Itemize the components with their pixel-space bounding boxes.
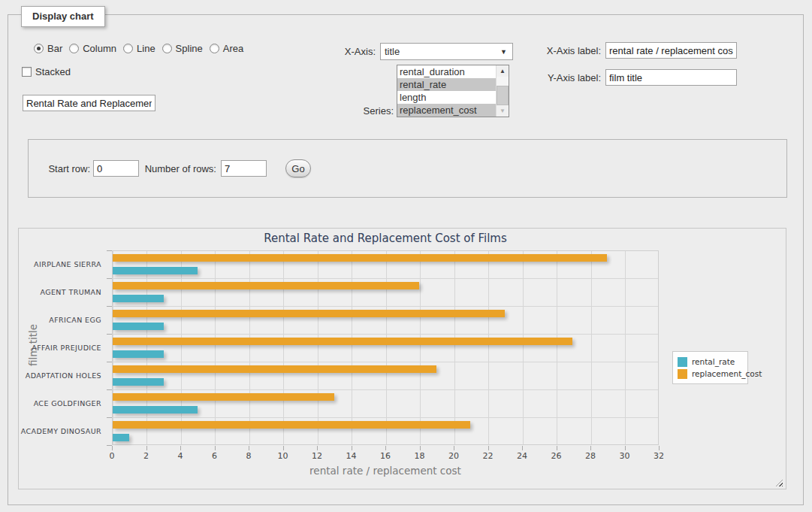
- plot-row-1: [113, 251, 658, 279]
- x-axis-select[interactable]: title ▼: [380, 43, 513, 60]
- stacked-label: Stacked: [35, 66, 71, 77]
- x-axis-label-input[interactable]: [605, 42, 737, 59]
- x-tick-label: 12: [306, 451, 328, 461]
- radio-line-icon: [123, 44, 133, 53]
- category-label: ACADEMY DINOSAUR: [19, 417, 107, 445]
- plot-row-4: [113, 335, 658, 362]
- x-axis-selected-value: title: [385, 46, 400, 57]
- radio-option-column[interactable]: Column: [69, 43, 116, 54]
- category-label: AIRPLANE SIERRA: [19, 250, 107, 278]
- x-tick-label: 30: [614, 451, 636, 461]
- plot-row-2: [113, 279, 658, 307]
- category-label: ACE GOLDFINGER: [19, 389, 107, 417]
- legend-swatch-icon: [678, 369, 687, 379]
- start-row-label: Start row:: [15, 163, 90, 174]
- scrollbar-up-icon[interactable]: ▲: [497, 65, 509, 77]
- chart-title: Rental Rate and Replacement Cost of Film…: [112, 232, 659, 245]
- y-tick-mark: [107, 334, 112, 335]
- bar-replacement_cost: [113, 310, 505, 317]
- series-select-label: Series:: [318, 105, 394, 117]
- stacked-checkbox[interactable]: [22, 67, 32, 77]
- series-option-rental_rate[interactable]: rental_rate: [397, 78, 496, 91]
- x-tick-mark: [454, 446, 454, 450]
- y-tick-mark: [107, 250, 112, 251]
- legend-item-rental_rate: rental_rate: [678, 356, 743, 368]
- category-label: AFRICAN EGG: [19, 306, 107, 334]
- radio-option-bar[interactable]: Bar: [34, 43, 62, 54]
- scrollbar-thumb[interactable]: [497, 86, 509, 105]
- x-tick-label: 0: [101, 451, 123, 461]
- x-tick-label: 4: [169, 451, 192, 461]
- start-row-input[interactable]: [93, 160, 139, 177]
- bar-rental_rate: [113, 350, 164, 358]
- bar-rental_rate: [113, 295, 164, 302]
- number-of-rows-label: Number of rows:: [143, 163, 216, 174]
- bar-rental_rate: [113, 323, 164, 330]
- x-tick-mark: [112, 446, 113, 450]
- y-tick-mark: [107, 306, 112, 307]
- legend-label: rental_rate: [692, 357, 735, 366]
- x-tick-mark: [249, 446, 249, 450]
- series-option-length[interactable]: length: [397, 91, 496, 104]
- radio-label-line: Line: [137, 43, 155, 54]
- radio-column-icon: [69, 44, 79, 53]
- radio-option-spline[interactable]: Spline: [162, 43, 203, 54]
- x-tick-mark: [590, 446, 591, 450]
- x-tick-mark: [659, 446, 660, 450]
- x-axis-select-label: X-Axis:: [300, 46, 376, 57]
- y-tick-mark: [107, 278, 112, 279]
- number-of-rows-input[interactable]: [221, 160, 267, 177]
- x-axis-label-caption: X-Axis label:: [526, 45, 601, 56]
- legend-swatch-icon: [678, 357, 687, 367]
- series-option-rental_duration[interactable]: rental_duration: [397, 65, 496, 78]
- x-tick-mark: [215, 446, 216, 450]
- x-tick-label: 26: [545, 451, 568, 461]
- bar-replacement_cost: [113, 365, 436, 373]
- rows-panel: [28, 139, 787, 198]
- scrollbar-down-icon[interactable]: ▼: [497, 105, 509, 117]
- radio-option-line[interactable]: Line: [123, 43, 155, 54]
- radio-spline-icon: [162, 44, 172, 53]
- y-axis-label-input[interactable]: [605, 69, 737, 86]
- bar-rental_rate: [113, 378, 164, 386]
- series-listbox: rental_durationrental_ratelengthreplacem…: [397, 65, 509, 117]
- x-tick-mark: [385, 446, 386, 450]
- x-tick-mark: [420, 446, 421, 450]
- x-tick-label: 14: [340, 451, 363, 461]
- bar-replacement_cost: [113, 254, 607, 262]
- radio-label-spline: Spline: [176, 43, 203, 54]
- x-tick-mark: [557, 446, 557, 450]
- chart-panel: Rental Rate and Replacement Cost of Film…: [18, 228, 786, 489]
- x-tick-label: 2: [135, 451, 158, 461]
- x-tick-mark: [488, 446, 489, 450]
- plot-row-3: [113, 307, 658, 335]
- x-tick-label: 10: [272, 451, 294, 461]
- legend-label: replacement_cost: [692, 369, 762, 378]
- series-scrollbar[interactable]: ▲ ▼: [496, 65, 509, 117]
- x-tick-mark: [283, 446, 284, 450]
- plot-row-7: [113, 418, 658, 446]
- go-button[interactable]: Go: [285, 159, 311, 177]
- radio-option-area[interactable]: Area: [210, 43, 243, 54]
- x-tick-label: 18: [409, 451, 431, 461]
- series-options: rental_durationrental_ratelengthreplacem…: [397, 65, 496, 117]
- plot-area: [112, 250, 659, 445]
- y-axis-label-caption: Y-Axis label:: [526, 72, 601, 83]
- fieldset-legend: Display chart: [21, 6, 105, 27]
- resize-grip-icon[interactable]: [776, 480, 783, 486]
- chart-title-input[interactable]: [23, 95, 155, 111]
- x-tick-label: 20: [442, 451, 465, 461]
- category-label: AFFAIR PREJUDICE: [19, 334, 107, 362]
- series-option-replacement_cost[interactable]: replacement_cost: [397, 104, 496, 117]
- legend-item-replacement_cost: replacement_cost: [678, 368, 743, 380]
- bar-replacement_cost: [113, 282, 419, 289]
- x-tick-label: 22: [477, 451, 500, 461]
- x-tick-mark: [352, 446, 352, 450]
- chart-legend: rental_ratereplacement_cost: [672, 351, 748, 384]
- radio-label-column: Column: [83, 43, 116, 54]
- x-tick-mark: [180, 446, 181, 450]
- x-tick-mark: [625, 446, 626, 450]
- x-tick-label: 8: [237, 451, 260, 461]
- radio-area-icon: [210, 44, 219, 53]
- radio-bar-icon: [34, 44, 44, 53]
